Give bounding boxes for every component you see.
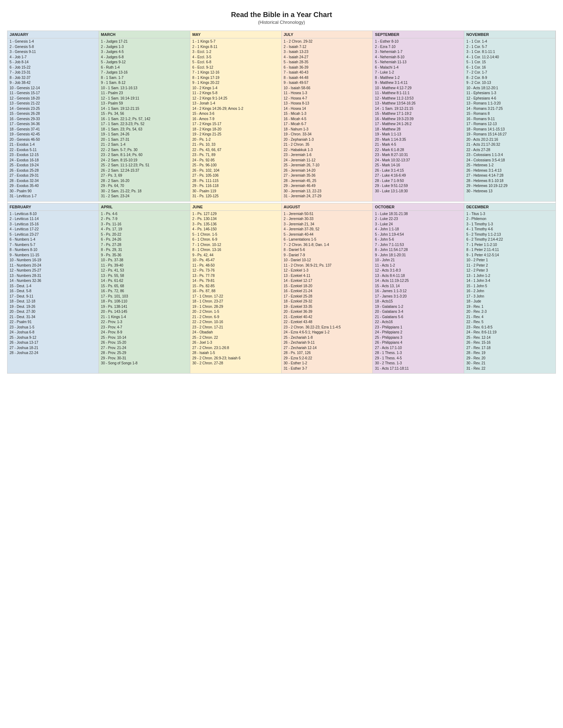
list-item: 25 - 2 Chron. 22 (192, 335, 280, 341)
list-item: 9 - Ps. 35-36 (100, 253, 188, 258)
list-item: 27 - Acts 17:1-10 (374, 346, 462, 351)
list-item: 17 - Ps. 101, 103 (100, 294, 188, 299)
list-item: 5 - John 1:19-4:54 (374, 232, 462, 237)
list-item: 16 - 1 Sam. 22:1-2; Ps. 57, 142 (100, 117, 188, 122)
list-item: 27 - Hebrews 4:14-7:28 (466, 173, 554, 178)
list-item: 1 - 1 Cor. 1-4 (466, 39, 554, 44)
list-item: 14 - 1 Sam. 19:12-21:15 (374, 106, 462, 112)
list-item: 28 - Ps. 107, 126 (283, 350, 371, 356)
list-item: 4 - Leviticus 17-22 (9, 227, 97, 232)
list-item: 26 - Ps. 102, 104 (192, 168, 280, 173)
list-item: 9 - John 18:1-20:31 (374, 253, 462, 258)
month-february: FEBRUARY 1 - Leviticus 8-102 - Leviticus… (7, 203, 99, 374)
list-item: 23 - Colossians 1:1-3:4 (466, 152, 554, 158)
april-header: APRIL (99, 203, 190, 211)
list-item: 11 - Acts 1-2 (374, 263, 462, 268)
list-item: 6 - Lamentations 1-5 (283, 237, 371, 242)
list-item: 7 - 1 Peter 1:1-2:10 (466, 242, 554, 248)
list-item: 20 - Ps. 143-145 (100, 309, 188, 315)
list-item: 2 - Luke 22-23 (374, 216, 462, 222)
list-item: 12 - 1 Sam. 16:14-19:11 (100, 96, 188, 101)
list-item: 7 - Numbers 5-7 (9, 242, 97, 248)
list-item: 21 - Exodus 1-4 (9, 142, 97, 148)
list-item: 13 - Psalm 59 (100, 101, 188, 106)
list-item: 25 - Prov. 10-14 (100, 335, 188, 341)
list-item: 18 - 1 Sam. 23; Ps. 54, 63 (100, 127, 188, 132)
list-item: 3 - Luke 24 (374, 222, 462, 227)
list-item: 5 - 1 Chron. 1-5 (192, 232, 280, 237)
list-item: 14 - Genesis 23-25 (9, 106, 97, 112)
list-item: 31 - Rev. 22 (466, 366, 554, 371)
list-item: 31 - Acts 17:11-18:11 (374, 366, 462, 371)
list-item: 27 - Exodus 29-31 (9, 173, 97, 178)
list-item: 21 - 2 Chron. 6-9 (192, 315, 280, 320)
list-item: 22 - Rev. 5 (466, 320, 554, 325)
july-header: JULY (282, 31, 373, 38)
list-item: 1 - 1 Kings 5-7 (192, 39, 280, 44)
list-item: 26 - Prov. 15-20 (100, 340, 188, 346)
list-item: 10 - Ps. 45-47 (192, 258, 280, 263)
list-item: 11 - 2 Chron. 36:9-21; Ps. 137 (283, 263, 371, 268)
list-item: 15 - Ps. 65, 68 (100, 284, 188, 289)
list-item: 17 - 3 John (466, 294, 554, 299)
list-item: 26 - Exodus 25-28 (9, 168, 97, 173)
list-item: 16 - Matthew 19:3-23:39 (374, 117, 462, 122)
list-item: 20 - Ps. 1-2 (192, 137, 280, 143)
month-january: JANUARY 1 - Genesis 1-42 - Genesis 5-83 … (7, 31, 99, 201)
december-header: DECEMBER (464, 203, 556, 211)
list-item: 28 - 1 Thess. 1-3 (374, 350, 462, 356)
list-item: 11 - Genesis 15-17 (9, 91, 97, 96)
list-item: 29 - Ps. 116-118 (192, 183, 280, 189)
list-item: 20 - Genesis 46-50 (9, 137, 97, 143)
list-item: 29 - Hebrews 10:19-12:29 (466, 183, 554, 189)
august-header: AUGUST (282, 203, 373, 211)
list-item: 19 - Galatians 1-2 (374, 304, 462, 310)
list-item: 6 - 1 Chron. 6-9 (192, 237, 280, 242)
list-item: 9 - 1 Sam. 8-12 (100, 80, 188, 86)
list-item: 3 - Judges 4-5 (100, 49, 188, 55)
list-item: 7 - Judges 13-16 (100, 70, 188, 75)
list-item: 5 - Judges 9-12 (100, 60, 188, 65)
list-item: 6 - Ps. 24-26 (100, 237, 188, 242)
list-item: 24 - Joshua 6-8 (9, 330, 97, 335)
list-item: 5 - Jeremiah 40-44 (283, 232, 371, 237)
march-header: MARCH (99, 31, 190, 38)
list-item: 25 - Philippians 3 (374, 335, 462, 341)
list-item: 2 - Philemon (466, 216, 554, 222)
june-entries: 1 - Ps. 127-1292 - Ps. 130-1343 - Ps. 13… (190, 211, 281, 368)
list-item: 1 - Genesis 1-4 (9, 39, 97, 44)
list-item: 30 - Esther 1-2 (283, 361, 371, 366)
list-item: 11 - Ps. 39-40 (100, 263, 188, 268)
list-item: 20 - Mark 1:14-3:35 (374, 137, 462, 143)
list-item: 16 - Deut. 5-8 (9, 289, 97, 294)
list-item: 8 - 1 Sam. 1-7 (100, 75, 188, 81)
list-item: 18 - 1 Chron. 23-27 (192, 299, 280, 304)
list-item: 27 - Luke 4:16-6:49 (374, 173, 462, 178)
list-item: 8 - Daniel 5-6 (283, 247, 371, 253)
list-item: 7 - 2 Cor. 1-7 (466, 70, 554, 75)
list-item: 14 - 1 Sam. 19:12-21:15 (100, 106, 188, 112)
list-item: 22 - Psalm 91 (9, 320, 97, 325)
list-item: 4 - Nehemiah 8-10 (374, 55, 462, 60)
list-item: 11 - 2 Peter 2 (466, 263, 554, 268)
list-item: 27 - Rev. 17-18 (466, 346, 554, 351)
list-item: 3 - 1 Timothy 1-3 (466, 222, 554, 227)
list-item: 8 - 2 Cor. 8-9 (466, 75, 554, 81)
list-item: 28 - Exodus 32-34 (9, 178, 97, 184)
list-item: 28 - Hebrews 8:1-10:18 (466, 178, 554, 184)
list-item: 18 - Acts15 (374, 299, 462, 304)
list-item: 4 - Ps. 146-150 (192, 227, 280, 232)
list-item: 19 - Deut. 19-26 (9, 304, 97, 310)
list-item: 10 - Genesis 12-14 (9, 86, 97, 91)
list-item: 5 - Job 8-14 (9, 60, 97, 65)
list-item: 27 - 2 Chron. 23:1-26:8 (192, 346, 280, 351)
list-item: 21 - Ezekiel 40-42 (283, 315, 371, 320)
list-item: 16 - Ezekiel 21-24 (283, 289, 371, 294)
list-item: 10 - Acts 18:12-20:1 (466, 86, 554, 91)
list-item: 15 - Ps. 82-85 (192, 284, 280, 289)
list-item: 15 - Ps. 34, 56 (100, 111, 188, 117)
list-item: 13 - Acts 8:4-11:18 (374, 273, 462, 279)
list-item: 19 - Chron. 33-34 (283, 132, 371, 137)
list-item: 27 - Prov. 21-24 (100, 346, 188, 351)
list-item: 21 - Acts 21:17-26:32 (466, 142, 554, 148)
